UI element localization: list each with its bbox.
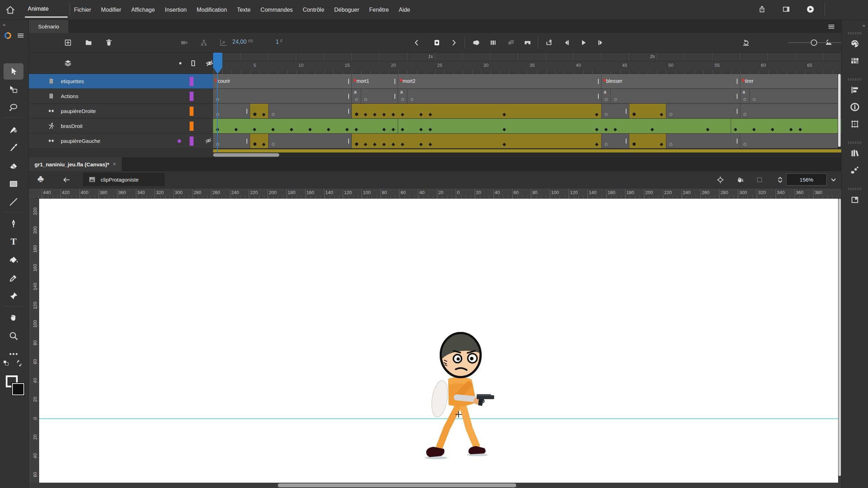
frame-span[interactable] [213, 119, 398, 133]
tool-paint-bucket[interactable] [4, 252, 23, 268]
menu-item-affichage[interactable]: Affichage [131, 7, 155, 13]
tool-lasso[interactable] [4, 100, 23, 116]
tool-line[interactable] [4, 194, 23, 210]
camera-icon[interactable] [179, 38, 189, 48]
frame-span[interactable]: ⚑mort1 [352, 74, 398, 89]
close-icon[interactable]: × [113, 161, 116, 167]
timeline-hscrollbar[interactable] [213, 152, 841, 157]
frame-span[interactable]: a [352, 89, 361, 103]
frame-ruler[interactable]: 1s2s 5101520253035404550556065 [213, 53, 841, 74]
stage-vscroll-thumb[interactable] [838, 199, 841, 476]
tool-eyedropper[interactable] [4, 270, 23, 286]
frame-row-etiquettes[interactable]: ⚑courir⚑mort1⚑mort2⚑blesser⚑tirer [213, 74, 841, 89]
back-arrow-icon[interactable] [62, 175, 72, 185]
frame-span[interactable] [731, 119, 841, 133]
tool-classic-brush[interactable] [4, 139, 23, 156]
frame-row-brasDroit[interactable] [213, 119, 841, 134]
frame-row-paupièreGauche[interactable] [213, 134, 841, 149]
frame-row-paupièreDroite[interactable] [213, 104, 841, 119]
chevron-left-icon[interactable] [412, 38, 422, 48]
tools-collapse-button[interactable]: « [3, 22, 5, 27]
frame-span[interactable] [352, 134, 602, 148]
center-frame-icon[interactable] [715, 175, 725, 185]
frame-span[interactable] [602, 134, 629, 148]
swap-arrows-icon[interactable] [14, 358, 24, 368]
current-frame-value[interactable]: 1 [276, 39, 279, 45]
palette-icon[interactable] [850, 38, 861, 50]
frame-span[interactable] [740, 104, 841, 118]
fill-color-swatch[interactable] [12, 383, 24, 395]
dock-group-grip[interactable] [848, 188, 862, 190]
layer-row-paupièreDroite[interactable]: paupièreDroite [29, 104, 213, 119]
new-layer-icon[interactable] [63, 38, 73, 48]
timeline-vscroll-thumb[interactable] [838, 74, 841, 147]
reset-timeline-zoom-icon[interactable] [741, 38, 751, 48]
info-icon[interactable] [850, 102, 861, 113]
layer-eye-off-icon[interactable] [205, 137, 213, 145]
outline-column-icon[interactable] [188, 58, 198, 68]
layer-highlight-dot[interactable] [178, 139, 181, 143]
layer-row-paupièreGauche[interactable]: paupièreGauche [29, 134, 213, 149]
timeline-zoom-knob[interactable] [811, 39, 817, 46]
tools-color-ring-icon[interactable] [3, 31, 13, 41]
tool-pen[interactable] [4, 215, 23, 232]
loop-icon[interactable] [544, 38, 554, 48]
play-circle-icon[interactable] [805, 4, 815, 14]
frame-span[interactable]: a [398, 89, 407, 103]
tool-hand[interactable] [4, 310, 23, 326]
stage-vscrollbar[interactable] [838, 199, 841, 483]
frame-span[interactable] [269, 134, 352, 148]
tool-selection[interactable] [4, 63, 23, 80]
frame-span[interactable] [407, 89, 602, 103]
workspace-icon[interactable] [781, 4, 791, 14]
frame-span[interactable] [740, 134, 841, 148]
breadcrumb-symbol-name[interactable]: clipProtagoniste [101, 177, 139, 183]
zoom-dropdown-chevron-icon[interactable] [829, 175, 838, 185]
tool-rectangle[interactable] [4, 176, 23, 192]
graph-editor-icon[interactable] [218, 38, 228, 48]
library-icon[interactable] [850, 148, 861, 159]
layer-color-swatch[interactable] [190, 77, 194, 86]
frame-row-Actions[interactable]: aaaa [213, 89, 841, 104]
frame-span[interactable] [398, 119, 731, 133]
frame-span[interactable]: a [602, 89, 611, 103]
breadcrumb[interactable]: clipProtagoniste [83, 173, 165, 186]
stage-hscrollbar[interactable] [29, 483, 841, 488]
frame-span[interactable] [666, 134, 740, 148]
frame-span[interactable]: ⚑tirer [740, 74, 841, 89]
frame-rate-value[interactable]: 24,00 [232, 39, 247, 45]
protagonist-character[interactable] [423, 326, 498, 461]
menu-item-fentre[interactable]: Fenêtre [369, 7, 389, 13]
stage-hscroll-thumb[interactable] [278, 483, 516, 487]
swatches-icon[interactable] [850, 55, 861, 67]
frame-span[interactable] [629, 104, 666, 118]
frame-span-icon[interactable] [523, 38, 533, 48]
scene-club-icon[interactable]: ♣ [37, 173, 44, 184]
tool-text[interactable]: T [4, 234, 23, 250]
frame-span[interactable] [213, 89, 352, 103]
tool-zoom[interactable] [4, 328, 23, 344]
current-frame-field[interactable]: 1 F [276, 39, 283, 45]
align-icon[interactable] [850, 85, 861, 96]
zoom-stepper-icon[interactable] [775, 175, 785, 185]
stage-canvas[interactable] [39, 199, 838, 483]
dock-group-grip[interactable] [848, 32, 862, 34]
menu-item-modifier[interactable]: Modifier [101, 7, 121, 13]
frame-span[interactable] [750, 89, 841, 103]
frame-span[interactable] [250, 104, 269, 118]
frame-span[interactable] [666, 104, 740, 118]
fit-timeline-icon[interactable] [824, 38, 834, 48]
layers-icon[interactable] [63, 58, 73, 68]
frame-span[interactable] [611, 89, 740, 103]
stroke-fill-swatches[interactable] [6, 375, 24, 396]
menu-item-fichier[interactable]: Fichier [74, 7, 91, 13]
tool-asset-warp[interactable] [4, 288, 23, 304]
clip-content-icon[interactable] [755, 175, 764, 185]
step-back-icon[interactable] [561, 38, 571, 48]
dock-collapse-button[interactable]: « [863, 23, 864, 28]
share-icon[interactable] [757, 4, 767, 14]
frame-span[interactable] [361, 89, 398, 103]
tool-fluid-brush[interactable] [4, 121, 23, 138]
onion-skin-icon[interactable] [471, 38, 481, 48]
frame-rate-field[interactable]: 24,00 I/S [232, 39, 253, 45]
